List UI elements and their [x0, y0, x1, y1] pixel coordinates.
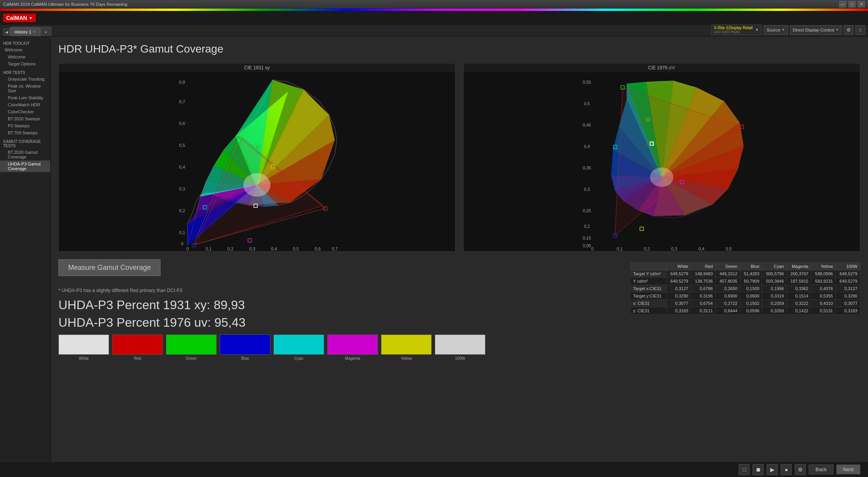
source-dropdown[interactable]: Source ▼	[764, 25, 788, 35]
measure-button[interactable]: Measure Gamut Coverage	[58, 259, 161, 276]
next-button[interactable]: Next	[836, 465, 860, 474]
sidebar-item-peak-window[interactable]: Peak vs. Window Size	[0, 83, 50, 94]
window-controls[interactable]: — □ ✕	[839, 1, 865, 7]
sidebar-item-colormatch[interactable]: ColorMatch HDR	[0, 101, 50, 108]
table-header-row: WhiteRedGreenBlueCyanMagentaYellow100W	[631, 263, 860, 270]
table-cell-3-4: 0,3319	[762, 292, 787, 300]
swatch-label-yellow: Yellow	[401, 356, 412, 361]
settings-button-1[interactable]: ⚙	[844, 25, 853, 35]
table-cell-4-5: 0,3222	[787, 300, 811, 307]
xrite-dropdown-icon[interactable]: ▼	[755, 28, 759, 32]
table-cell-3-2: 0,6900	[715, 292, 740, 300]
table-header-8: 100W	[835, 263, 860, 270]
table-cell-1-2: 457,8035	[715, 278, 740, 285]
table-cell-0-0: 649,5279	[666, 270, 691, 278]
svg-text:0,5: 0,5	[179, 143, 185, 148]
data-table: WhiteRedGreenBlueCyanMagentaYellow100W T…	[630, 262, 860, 315]
tab-history-1[interactable]: History 1 ✕	[10, 27, 40, 36]
sidebar-item-uhdap3-gamut[interactable]: UHDA-P3 Gamut Coverage	[0, 160, 50, 172]
sidebar-item-welcome-parent[interactable]: Welcome	[0, 46, 50, 53]
app-logo: CalMAN ▼	[3, 14, 36, 22]
settings-button-2[interactable]: ☆	[856, 25, 865, 35]
minimize-button[interactable]: —	[839, 1, 846, 7]
table-row-5: y: CIE310,31830,31110,64440,05960,32690,…	[631, 307, 860, 315]
table-row-label-4: x: CIE31	[631, 300, 667, 307]
svg-text:0,3: 0,3	[584, 187, 590, 192]
logo-text: CalMAN	[6, 15, 27, 21]
table-cell-2-1: 0,6786	[691, 285, 715, 292]
close-button[interactable]: ✕	[858, 1, 865, 7]
table-cell-4-6: 0,4310	[811, 300, 835, 307]
tab-add[interactable]: +	[40, 27, 51, 36]
cie1931-chart-area: 0,8 0,7 0,6 0,5 0,4 0,3 0,2 0,1 0 0 0,1 …	[59, 72, 455, 251]
table-cell-0-1: 148,9483	[691, 270, 715, 278]
table-cell-3-6: 0,5355	[811, 292, 835, 300]
svg-text:0,8: 0,8	[179, 80, 185, 84]
swatch-label-cyan: Cyan	[294, 356, 303, 361]
sidebar-item-bt709-sweeps[interactable]: BT.709 Sweeps	[0, 129, 50, 136]
svg-text:0,5: 0,5	[293, 246, 299, 251]
play-button[interactable]: ▶	[767, 464, 778, 475]
table-cell-3-0: 0,3290	[666, 292, 691, 300]
logo-dropdown-icon[interactable]: ▼	[29, 16, 33, 20]
back-button[interactable]: Back	[809, 465, 833, 474]
swatch-box-green	[166, 334, 217, 355]
table-cell-1-5: 187,5915	[787, 278, 811, 285]
sidebar-section-hdr-toolkit: HDR Toolkit	[0, 40, 50, 46]
sidebar: HDR Toolkit Welcome Welcome Target Optio…	[0, 37, 51, 465]
svg-text:0: 0	[181, 241, 183, 246]
table-row-0: Target Y cd/m²649,5279148,9483449,151251…	[631, 270, 860, 278]
tab-nav-left[interactable]: ◀	[3, 28, 10, 35]
dot-button[interactable]: ●	[781, 464, 792, 475]
table-row-2: Target x:CIE310,31270,67860,26500,15000,…	[631, 285, 860, 292]
table-cell-2-7: 0,3127	[835, 285, 860, 292]
ddc-dropdown[interactable]: Direct Display Control ▼	[790, 25, 842, 35]
settings-bottom-button[interactable]: ⚙	[795, 464, 806, 475]
swatch-box-100w	[435, 334, 485, 355]
table-cell-2-0: 0,3127	[666, 285, 691, 292]
swatch-item-100w: 100W	[435, 334, 485, 361]
svg-text:0,6: 0,6	[315, 246, 321, 251]
page-title: HDR UHDA-P3* Gamut Coverage	[58, 43, 860, 55]
svg-text:0,15: 0,15	[583, 236, 591, 240]
table-row-3: Target y:CIE310,32900,31960,69000,06000,…	[631, 292, 860, 300]
sidebar-item-target-options[interactable]: Target Options	[0, 60, 50, 67]
table-header-3: Green	[715, 263, 740, 270]
sidebar-item-welcome[interactable]: Welcome	[0, 53, 50, 60]
swatch-label-magenta: Magenta	[345, 356, 360, 361]
sidebar-item-bt2020-gamut[interactable]: BT.2020 Gamut Coverage	[0, 149, 50, 160]
app-title: CalMAN 2019 CalMAN Ultimate for Business…	[3, 2, 127, 7]
tab-add-label: +	[44, 30, 47, 34]
svg-text:0,2: 0,2	[228, 246, 233, 251]
tab-close-icon[interactable]: ✕	[33, 30, 36, 34]
swatch-box-yellow	[381, 334, 432, 355]
table-cell-2-2: 0,2650	[715, 285, 740, 292]
table-cell-4-7: 0,3077	[835, 300, 860, 307]
svg-text:0,3: 0,3	[249, 246, 255, 251]
svg-text:0,25: 0,25	[583, 208, 591, 213]
svg-text:0,3: 0,3	[671, 246, 677, 251]
sidebar-item-grayscale[interactable]: Grayscale Tracking	[0, 76, 50, 83]
record-button[interactable]: □	[739, 464, 750, 475]
sidebar-item-peak-lum[interactable]: Peak Lum Stability	[0, 94, 50, 101]
table-cell-5-0: 0,3183	[666, 307, 691, 315]
svg-text:0,5: 0,5	[726, 246, 732, 251]
table-cell-3-3: 0,0600	[740, 292, 762, 300]
sidebar-item-bt2020-sweeps[interactable]: BT.2020 Sweeps	[0, 115, 50, 122]
swatch-item-white: White	[58, 334, 109, 361]
tab-bar: ◀ History 1 ✕ + X-Rite i1Display Retail …	[0, 25, 868, 37]
sidebar-item-colorchecker[interactable]: ColorChecker	[0, 108, 50, 115]
swatch-item-magenta: Magenta	[327, 334, 378, 361]
table-cell-5-1: 0,3111	[691, 307, 715, 315]
table-row-label-5: y: CIE31	[631, 307, 667, 315]
table-cell-5-7: 0,3183	[835, 307, 860, 315]
sidebar-item-p3-sweeps[interactable]: P3 Sweeps	[0, 122, 50, 129]
table-cell-4-1: 0,6754	[691, 300, 715, 307]
svg-text:0,45: 0,45	[583, 123, 591, 127]
stop-button[interactable]: ⏹	[753, 464, 764, 475]
charts-row: CIE 1931 xy 0,8 0,7 0,6 0,5 0,4 0,3 0,2	[58, 63, 860, 252]
swatch-item-green: Green	[166, 334, 217, 361]
maximize-button[interactable]: □	[849, 1, 856, 7]
table-cell-0-3: 51,4283	[740, 270, 762, 278]
table-cell-3-1: 0,3196	[691, 292, 715, 300]
